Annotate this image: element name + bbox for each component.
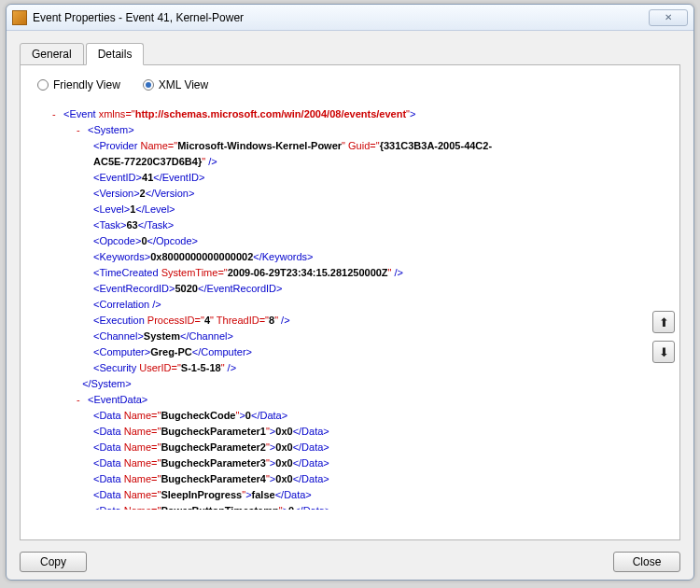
eventdata-row: <Data Name="BugcheckCode">0</Data> (37, 408, 663, 424)
window-title: Event Properties - Event 41, Kernel-Powe… (33, 11, 649, 24)
tab-details[interactable]: Details (86, 43, 145, 65)
radio-dot-icon (143, 79, 154, 91)
tabstrip: General Details (20, 42, 680, 64)
radio-dot-icon (37, 79, 49, 91)
eventdata-row: <Data Name="BugcheckParameter1">0x0</Dat… (37, 424, 663, 440)
titlebar[interactable]: Event Properties - Event 41, Kernel-Powe… (7, 5, 693, 31)
arrow-down-icon: ⬇ (659, 345, 669, 359)
copy-button[interactable]: Copy (20, 552, 87, 572)
xml-content: -<Event xmlns="http://schemas.microsoft.… (32, 103, 668, 510)
radio-xml-view[interactable]: XML View (143, 78, 208, 91)
eventdata-row: <Data Name="SleepInProgress">false</Data… (37, 487, 663, 503)
eventdata-row: <Data Name="BugcheckParameter3">0x0</Dat… (37, 455, 663, 471)
tab-general[interactable]: General (20, 43, 84, 65)
eventdata-row: <Data Name="BugcheckParameter2">0x0</Dat… (37, 440, 663, 455)
radio-xml-label: XML View (159, 78, 208, 91)
event-properties-window: Event Properties - Event 41, Kernel-Powe… (6, 4, 694, 581)
tab-panel-details: Friendly View XML View -<Event xmlns="ht… (20, 64, 680, 540)
nav-buttons: ⬆ ⬇ (652, 311, 675, 363)
nav-down-button[interactable]: ⬇ (652, 341, 675, 363)
radio-friendly-view[interactable]: Friendly View (37, 78, 120, 91)
eventdata-row: <Data Name="PowerButtonTimestamp">0</Dat… (37, 503, 663, 510)
button-bar: Copy Close (20, 552, 680, 572)
client-area: General Details Friendly View XML View -… (7, 31, 693, 580)
radio-friendly-label: Friendly View (53, 78, 120, 91)
view-mode-group: Friendly View XML View (32, 75, 668, 103)
arrow-up-icon: ⬆ (659, 315, 669, 329)
window-close-button[interactable]: ✕ (649, 9, 688, 26)
eventdata-row: <Data Name="BugcheckParameter4">0x0</Dat… (37, 471, 663, 487)
close-button[interactable]: Close (613, 552, 680, 572)
nav-up-button[interactable]: ⬆ (652, 311, 675, 333)
app-icon (12, 10, 27, 25)
